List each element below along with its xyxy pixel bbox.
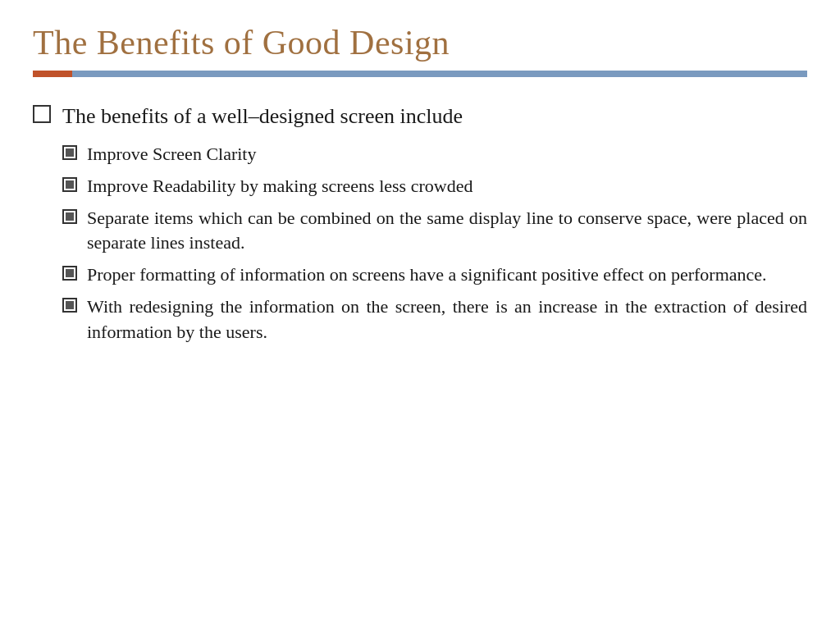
content-section: The benefits of a well–designed screen i… (0, 94, 840, 630)
sub-bullet-icon-3 (62, 266, 77, 281)
sub-bullet-item-2: Separate items which can be combined on … (62, 206, 807, 257)
sub-bullet-text-0: Improve Screen Clarity (87, 142, 257, 167)
main-bullet-text: The benefits of a well–designed screen i… (62, 102, 463, 130)
divider-orange (33, 71, 72, 77)
main-bullet-item: The benefits of a well–designed screen i… (33, 102, 807, 130)
sub-bullet-item-3: Proper formatting of information on scre… (62, 262, 807, 288)
sub-bullet-item-1: Improve Readability by making screens le… (62, 174, 807, 199)
sub-bullet-item-0: Improve Screen Clarity (62, 142, 807, 167)
divider (33, 71, 807, 77)
slide-title: The Benefits of Good Design (33, 23, 807, 62)
sub-bullet-text-2: Separate items which can be combined on … (87, 206, 807, 257)
sub-bullet-item-4: With redesigning the information on the … (62, 294, 807, 345)
main-bullet-icon (33, 105, 51, 123)
sub-bullet-text-3: Proper formatting of information on scre… (87, 262, 767, 288)
sub-bullet-icon-1 (62, 177, 77, 192)
slide: The Benefits of Good Design The benefits… (0, 0, 840, 630)
sub-bullet-icon-0 (62, 145, 77, 160)
sub-bullet-icon-2 (62, 209, 77, 224)
header-section: The Benefits of Good Design (0, 0, 840, 94)
sub-bullets-list: Improve Screen Clarity Improve Readabili… (62, 142, 807, 345)
sub-bullet-text-4: With redesigning the information on the … (87, 294, 807, 345)
sub-bullet-icon-4 (62, 298, 77, 313)
divider-blue (72, 71, 807, 77)
sub-bullet-text-1: Improve Readability by making screens le… (87, 174, 472, 199)
